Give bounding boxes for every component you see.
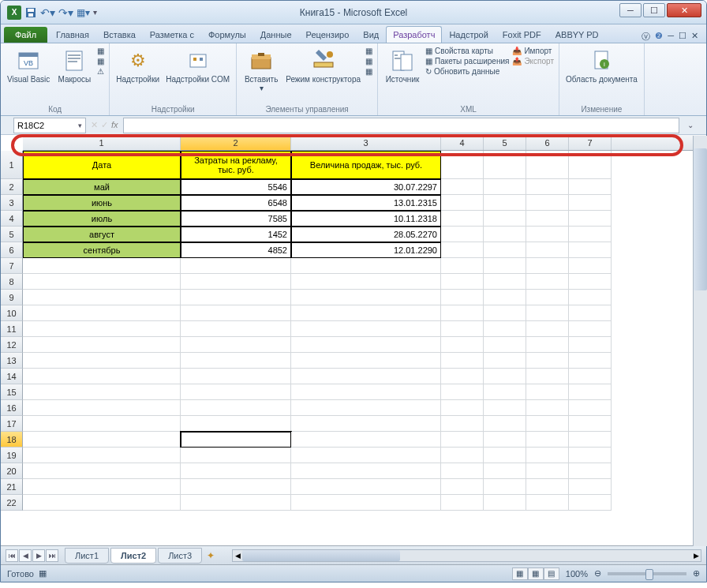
close-button[interactable]: ✕ [667, 3, 701, 17]
addins-button[interactable]: ⚙ Надстройки [114, 47, 161, 85]
cell[interactable] [526, 463, 569, 479]
cell[interactable] [441, 151, 484, 179]
cell[interactable]: 10.11.2318 [291, 211, 441, 227]
cell[interactable] [291, 274, 441, 290]
undo-icon[interactable]: ↶▾ [40, 6, 55, 19]
cell[interactable] [181, 432, 291, 448]
cell[interactable] [484, 290, 526, 305]
cell[interactable] [441, 195, 484, 211]
column-header[interactable]: 5 [484, 135, 526, 150]
file-tab[interactable]: Файл [4, 27, 47, 43]
cell[interactable] [484, 384, 526, 400]
cell[interactable] [569, 274, 612, 290]
cell[interactable] [181, 416, 291, 432]
row-header[interactable]: 6 [1, 242, 23, 258]
cell[interactable] [441, 321, 484, 337]
cell[interactable] [23, 416, 181, 432]
enter-icon[interactable]: ✓ [101, 120, 108, 130]
excel-icon[interactable]: X [7, 6, 21, 20]
cell[interactable] [23, 463, 181, 479]
cell[interactable] [569, 353, 612, 369]
cell[interactable] [181, 353, 291, 369]
expansion-packs-button[interactable]: ▦ Пакеты расширения [425, 57, 509, 66]
cell[interactable] [526, 195, 569, 211]
cell[interactable] [441, 258, 484, 274]
cell[interactable] [291, 495, 441, 511]
cell[interactable] [526, 448, 569, 463]
cell[interactable] [291, 448, 441, 463]
cell[interactable]: 7585 [181, 211, 291, 227]
zoom-level[interactable]: 100% [566, 569, 588, 579]
cell[interactable] [23, 290, 181, 305]
minimize-button[interactable]: ─ [619, 3, 642, 17]
cell[interactable] [23, 479, 181, 495]
next-sheet-icon[interactable]: ▶ [32, 549, 45, 562]
use-relative-icon[interactable]: ▦ [97, 57, 104, 66]
cell[interactable] [181, 448, 291, 463]
cell[interactable] [526, 495, 569, 511]
zoom-slider[interactable] [608, 572, 686, 575]
cell[interactable] [441, 463, 484, 479]
design-mode-button[interactable]: Режим конструктора [284, 47, 362, 94]
cell[interactable]: май [23, 179, 181, 195]
zoom-in-icon[interactable]: ⊕ [693, 568, 700, 579]
cell[interactable] [526, 416, 569, 432]
cell[interactable]: 5546 [181, 179, 291, 195]
cell[interactable] [484, 400, 526, 416]
cell[interactable] [569, 479, 612, 495]
row-header[interactable]: 13 [1, 353, 23, 369]
cell[interactable] [526, 479, 569, 495]
cell[interactable] [484, 416, 526, 432]
cell[interactable] [526, 400, 569, 416]
cell[interactable] [23, 432, 181, 448]
cell[interactable] [526, 353, 569, 369]
workbook-restore-icon[interactable]: ☐ [679, 31, 686, 43]
row-header[interactable]: 11 [1, 321, 23, 337]
cell[interactable] [569, 495, 612, 511]
cell[interactable] [291, 432, 441, 448]
tab-abbyy[interactable]: ABBYY PD [548, 26, 606, 43]
xml-source-button[interactable]: Источник [383, 47, 422, 85]
cell[interactable] [484, 321, 526, 337]
row-header[interactable]: 20 [1, 463, 23, 479]
cell[interactable] [484, 463, 526, 479]
cell[interactable] [484, 242, 526, 258]
cell[interactable] [181, 274, 291, 290]
workbook-min-icon[interactable]: ─ [668, 31, 674, 43]
visual-basic-button[interactable]: VB Visual Basic [6, 47, 51, 85]
cell[interactable] [291, 479, 441, 495]
cell[interactable] [181, 321, 291, 337]
column-header[interactable]: 7 [569, 135, 612, 150]
cell[interactable]: 30.07.2297 [291, 179, 441, 195]
row-header[interactable]: 2 [1, 179, 23, 195]
cell[interactable]: Дата [23, 151, 181, 179]
cell[interactable] [23, 321, 181, 337]
page-break-view-icon[interactable]: ▤ [544, 567, 559, 580]
cell[interactable] [23, 384, 181, 400]
row-header[interactable]: 5 [1, 227, 23, 242]
cell[interactable] [526, 321, 569, 337]
cell[interactable] [181, 369, 291, 384]
record-macro-icon[interactable]: ▦ [97, 47, 104, 55]
run-dialog-icon[interactable]: ▦ [365, 67, 372, 76]
row-header[interactable]: 8 [1, 274, 23, 290]
export-button[interactable]: 📤 Экспорт [512, 57, 554, 66]
column-header[interactable]: 3 [291, 135, 441, 150]
cell[interactable] [569, 151, 612, 179]
cell[interactable] [569, 369, 612, 384]
row-header[interactable]: 17 [1, 416, 23, 432]
sheet-tab[interactable]: Лист2 [110, 548, 156, 564]
cell[interactable] [484, 353, 526, 369]
qat-item-icon[interactable]: ▦▾ [77, 7, 90, 18]
tab-addins[interactable]: Надстрой [442, 26, 495, 43]
cell[interactable] [526, 242, 569, 258]
cell[interactable]: 12.01.2290 [291, 242, 441, 258]
cell[interactable] [441, 479, 484, 495]
cell[interactable] [526, 369, 569, 384]
row-header[interactable]: 19 [1, 448, 23, 463]
tab-home[interactable]: Главная [49, 26, 96, 43]
row-header[interactable]: 16 [1, 400, 23, 416]
cell[interactable] [484, 211, 526, 227]
cell[interactable] [569, 305, 612, 321]
properties-icon[interactable]: ▦ [365, 47, 372, 55]
